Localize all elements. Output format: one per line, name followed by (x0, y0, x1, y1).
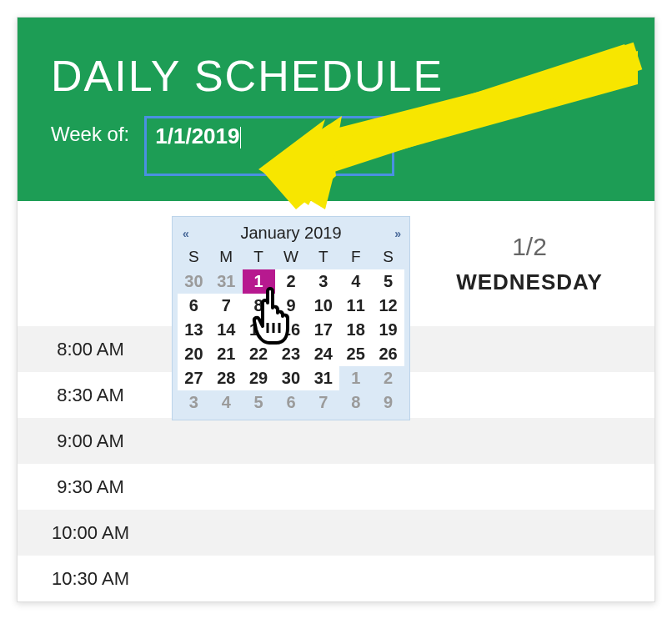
time-cell[interactable] (404, 418, 654, 464)
calendar-day-cell[interactable]: 29 (243, 366, 275, 390)
calendar-header: « January 2019 » (178, 222, 404, 246)
header: DAILY SCHEDULE Week of: 1/1/2019 (18, 18, 654, 201)
weekof-date-value: 1/1/2019 (155, 123, 239, 148)
calendar-day-cell[interactable]: 1 (339, 366, 372, 390)
column-date: 1/2 (404, 233, 654, 261)
page-title: DAILY SCHEDULE (51, 51, 629, 101)
time-label: 8:30 AM (18, 385, 163, 406)
calendar-day-cell[interactable]: 14 (210, 318, 243, 342)
calendar-dow-cell: W (275, 246, 308, 269)
time-cell[interactable] (404, 464, 654, 510)
time-row: 10:30 AM (18, 556, 654, 601)
calendar-day-cell[interactable]: 13 (178, 318, 210, 342)
calendar-day-cell[interactable]: 12 (372, 294, 404, 318)
calendar-next-button[interactable]: » (394, 227, 399, 240)
calendar-day-cell[interactable]: 25 (339, 342, 372, 366)
calendar-dow-cell: S (372, 246, 404, 269)
calendar-day-cell[interactable]: 18 (339, 318, 372, 342)
calendar-day-cell[interactable]: 26 (372, 342, 404, 366)
time-column-header (18, 201, 163, 326)
text-cursor (240, 127, 241, 148)
calendar-dow-row: SMTWTFS (178, 246, 404, 269)
time-label: 9:30 AM (18, 476, 163, 498)
calendar-dow-cell: M (210, 246, 243, 269)
calendar-day-cell[interactable]: 8 (339, 390, 372, 415)
calendar-day-cell[interactable]: 23 (275, 342, 308, 366)
right-column-header: 1/2 WEDNESDAY (404, 201, 654, 326)
calendar-day-cell[interactable]: 20 (178, 342, 210, 366)
date-picker-popup[interactable]: « January 2019 » SMTWTFS 303112345678910… (172, 216, 410, 420)
calendar-days-grid: 3031123456789101112131415161718192021222… (178, 269, 404, 415)
weekof-row: Week of: 1/1/2019 (51, 116, 629, 176)
calendar-month-title: January 2019 (240, 224, 341, 243)
column-day: WEDNESDAY (404, 269, 654, 295)
calendar-day-cell[interactable]: 16 (275, 318, 308, 342)
time-cell[interactable] (404, 510, 654, 556)
calendar-day-cell[interactable]: 11 (339, 294, 372, 318)
time-cell[interactable] (163, 464, 404, 510)
calendar-day-cell[interactable]: 15 (243, 318, 275, 342)
calendar-day-cell[interactable]: 30 (178, 269, 210, 294)
calendar-dow-cell: F (339, 246, 372, 269)
time-label: 10:00 AM (18, 522, 163, 544)
calendar-day-cell[interactable]: 27 (178, 366, 210, 390)
calendar-day-cell[interactable]: 22 (243, 342, 275, 366)
calendar-day-cell[interactable]: 2 (372, 366, 404, 390)
time-row: 10:00 AM (18, 510, 654, 556)
calendar-day-cell[interactable]: 4 (339, 269, 372, 294)
calendar-day-cell[interactable]: 28 (210, 366, 243, 390)
time-cell[interactable] (163, 510, 404, 556)
calendar-day-cell[interactable]: 5 (243, 390, 275, 415)
calendar-prev-button[interactable]: « (183, 227, 188, 240)
time-cell[interactable] (404, 556, 654, 601)
time-label: 9:00 AM (18, 430, 163, 452)
calendar-day-cell[interactable]: 24 (307, 342, 339, 366)
calendar-day-cell[interactable]: 7 (307, 390, 339, 415)
calendar-day-cell[interactable]: 6 (275, 390, 308, 415)
time-cell[interactable] (163, 556, 404, 601)
schedule-frame: DAILY SCHEDULE Week of: 1/1/2019 (17, 17, 655, 602)
calendar-day-cell[interactable]: 30 (275, 366, 308, 390)
time-label: 8:00 AM (18, 339, 163, 360)
calendar-day-cell[interactable]: 3 (307, 269, 339, 294)
calendar-day-cell[interactable]: 8 (243, 294, 275, 318)
calendar-day-cell[interactable]: 6 (178, 294, 210, 318)
calendar-day-cell[interactable]: 4 (210, 390, 243, 415)
calendar-day-cell[interactable]: 3 (178, 390, 210, 415)
calendar-day-cell[interactable]: 7 (210, 294, 243, 318)
calendar-day-cell[interactable]: 19 (372, 318, 404, 342)
time-cell[interactable] (404, 326, 654, 372)
calendar-dow-cell: S (178, 246, 210, 269)
calendar-day-cell[interactable]: 17 (307, 318, 339, 342)
calendar-day-cell[interactable]: 1 (243, 269, 275, 294)
calendar-day-cell[interactable]: 10 (307, 294, 339, 318)
calendar-day-cell[interactable]: 9 (372, 390, 404, 415)
calendar-day-cell[interactable]: 21 (210, 342, 243, 366)
weekof-date-input[interactable]: 1/1/2019 (144, 116, 394, 176)
time-row: 9:00 AM (18, 418, 654, 464)
calendar-day-cell[interactable]: 2 (275, 269, 308, 294)
calendar-dow-cell: T (307, 246, 339, 269)
weekof-label: Week of: (51, 116, 129, 146)
time-row: 9:30 AM (18, 464, 654, 510)
calendar-day-cell[interactable]: 31 (307, 366, 339, 390)
calendar-day-cell[interactable]: 31 (210, 269, 243, 294)
time-cell[interactable] (404, 372, 654, 418)
calendar-day-cell[interactable]: 5 (372, 269, 404, 294)
calendar-day-cell[interactable]: 9 (275, 294, 308, 318)
time-label: 10:30 AM (18, 568, 163, 590)
calendar-dow-cell: T (243, 246, 275, 269)
time-cell[interactable] (163, 418, 404, 464)
